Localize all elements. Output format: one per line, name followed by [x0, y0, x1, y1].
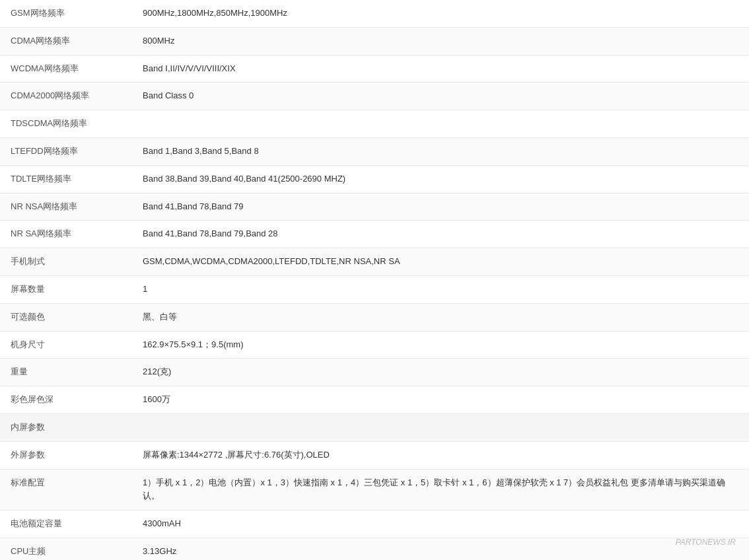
spec-value: 800MHz — [132, 27, 749, 55]
spec-table: GSM网络频率900MHz,1800MHz,850MHz,1900MHzCDMA… — [0, 0, 749, 560]
table-row: 标准配置1）手机 x 1，2）电池（内置）x 1，3）快速指南 x 1，4）三包… — [0, 469, 749, 510]
table-row: 机身尺寸162.9×75.5×9.1；9.5(mm) — [0, 331, 749, 359]
spec-label: 机身尺寸 — [0, 331, 132, 359]
spec-label: 手机制式 — [0, 248, 132, 276]
spec-value: Band 1,Band 3,Band 5,Band 8 — [132, 137, 749, 165]
spec-label: CDMA网络频率 — [0, 27, 132, 55]
spec-value: 1600万 — [132, 386, 749, 414]
spec-value: 900MHz,1800MHz,850MHz,1900MHz — [132, 0, 749, 27]
spec-label: 外屏参数 — [0, 441, 132, 469]
spec-value: 黑、白等 — [132, 303, 749, 331]
spec-value: Band 41,Band 78,Band 79 — [132, 193, 749, 221]
table-row: TDSCDMA网络频率 — [0, 110, 749, 138]
table-row: 手机制式GSM,CDMA,WCDMA,CDMA2000,LTEFDD,TDLTE… — [0, 248, 749, 276]
spec-value: Band 41,Band 78,Band 79,Band 28 — [132, 221, 749, 248]
spec-value: 212(克) — [132, 359, 749, 386]
spec-label: 彩色屏色深 — [0, 386, 132, 414]
table-row: 彩色屏色深1600万 — [0, 386, 749, 414]
watermark-label: PARTONEWS.IR — [676, 538, 736, 547]
spec-value: 4300mAH — [132, 510, 749, 538]
spec-value — [132, 110, 749, 138]
table-row: LTEFDD网络频率Band 1,Band 3,Band 5,Band 8 — [0, 137, 749, 165]
table-row: 重量212(克) — [0, 359, 749, 386]
spec-value: 1 — [132, 275, 749, 303]
table-row: 外屏参数屏幕像素:1344×2772 ,屏幕尺寸:6.76(英寸),OLED — [0, 441, 749, 469]
table-row: CDMA网络频率800MHz — [0, 27, 749, 55]
spec-label: 内屏参数 — [0, 413, 132, 441]
spec-label: 电池额定容量 — [0, 510, 132, 538]
spec-label: 屏幕数量 — [0, 275, 132, 303]
table-row: NR NSA网络频率Band 41,Band 78,Band 79 — [0, 193, 749, 221]
spec-label: NR SA网络频率 — [0, 221, 132, 248]
spec-value: GSM,CDMA,WCDMA,CDMA2000,LTEFDD,TDLTE,NR … — [132, 248, 749, 276]
table-row: 屏幕数量1 — [0, 275, 749, 303]
spec-label: CPU主频 — [0, 538, 132, 560]
spec-label: 可选颜色 — [0, 303, 132, 331]
table-row: 电池额定容量4300mAH — [0, 510, 749, 538]
spec-value: 1）手机 x 1，2）电池（内置）x 1，3）快速指南 x 1，4）三包凭证 x… — [132, 469, 749, 510]
spec-label: 重量 — [0, 359, 132, 386]
table-row: NR SA网络频率Band 41,Band 78,Band 79,Band 28 — [0, 221, 749, 248]
spec-label: TDSCDMA网络频率 — [0, 110, 132, 138]
spec-value: 屏幕像素:1344×2772 ,屏幕尺寸:6.76(英寸),OLED — [132, 441, 749, 469]
spec-label: TDLTE网络频率 — [0, 165, 132, 193]
spec-value: Band Class 0 — [132, 83, 749, 110]
spec-value: 3.13GHz — [132, 538, 749, 560]
spec-value: Band 38,Band 39,Band 40,Band 41(2500-269… — [132, 165, 749, 193]
spec-label: NR NSA网络频率 — [0, 193, 132, 221]
spec-label: GSM网络频率 — [0, 0, 132, 27]
spec-label: LTEFDD网络频率 — [0, 137, 132, 165]
spec-label: WCDMA网络频率 — [0, 55, 132, 83]
table-row: GSM网络频率900MHz,1800MHz,850MHz,1900MHz — [0, 0, 749, 27]
table-row: WCDMA网络频率Band Ⅰ,II/IV/V/VI/VIII/XIX — [0, 55, 749, 83]
table-row: 内屏参数 — [0, 413, 749, 441]
spec-label: 标准配置 — [0, 469, 132, 510]
spec-value: 162.9×75.5×9.1；9.5(mm) — [132, 331, 749, 359]
table-row: CDMA2000网络频率Band Class 0 — [0, 83, 749, 110]
table-row: CPU主频3.13GHz — [0, 538, 749, 560]
spec-value — [132, 413, 749, 441]
table-row: TDLTE网络频率Band 38,Band 39,Band 40,Band 41… — [0, 165, 749, 193]
table-row: 可选颜色黑、白等 — [0, 303, 749, 331]
spec-value: Band Ⅰ,II/IV/V/VI/VIII/XIX — [132, 55, 749, 83]
spec-label: CDMA2000网络频率 — [0, 83, 132, 110]
